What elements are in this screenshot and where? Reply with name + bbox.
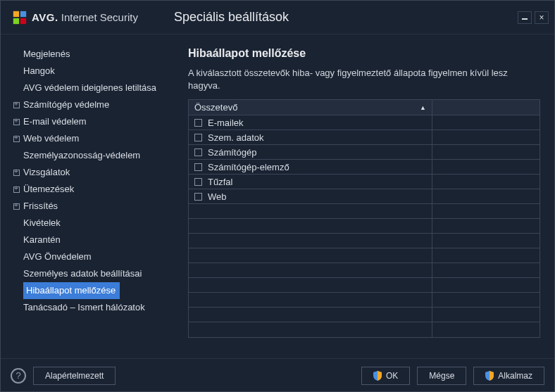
table-row[interactable]: Számítógép bbox=[189, 145, 540, 160]
checkbox[interactable] bbox=[194, 148, 202, 156]
svg-rect-2 bbox=[13, 18, 19, 23]
table-cell-component: Számítógép bbox=[189, 145, 432, 159]
sidebar-item[interactable]: Személyes adatok beállításai bbox=[1, 265, 174, 282]
ok-button-label: OK bbox=[386, 371, 398, 381]
sidebar-item[interactable]: Ütemezések bbox=[1, 181, 174, 198]
shield-icon bbox=[485, 371, 494, 381]
row-label: Számítógép-elemző bbox=[208, 162, 289, 172]
window-controls: × bbox=[518, 11, 549, 24]
sidebar-item[interactable]: Hangok bbox=[1, 63, 174, 80]
sidebar-item[interactable]: AVG Önvédelem bbox=[1, 248, 174, 265]
table-cell-empty bbox=[432, 175, 540, 189]
close-button[interactable]: × bbox=[535, 11, 549, 24]
table-cell-component: Szem. adatok bbox=[189, 130, 432, 144]
checkbox[interactable] bbox=[194, 119, 202, 127]
table-row-empty bbox=[189, 263, 540, 278]
component-table: Összetevő ▲ E-mailekSzem. adatokSzámítóg… bbox=[188, 99, 540, 338]
table-row-empty bbox=[189, 234, 540, 248]
window-title: Speciális beállítások bbox=[174, 10, 518, 25]
sidebar-item[interactable]: Kivételek bbox=[1, 215, 174, 232]
table-cell-component: E-mailek bbox=[189, 115, 432, 129]
checkbox[interactable] bbox=[194, 163, 202, 171]
row-label: E-mailek bbox=[208, 118, 244, 128]
default-button[interactable]: Alapértelmezett bbox=[33, 367, 116, 385]
minimize-icon bbox=[521, 15, 528, 20]
checkbox[interactable] bbox=[194, 134, 202, 141]
sidebar-item[interactable]: AVG védelem ideiglenes letiltása bbox=[1, 80, 174, 96]
shield-icon bbox=[373, 371, 382, 381]
table-body: E-mailekSzem. adatokSzámítógépSzámítógép… bbox=[189, 115, 540, 337]
table-row[interactable]: Web bbox=[189, 189, 540, 204]
table-row-empty bbox=[189, 293, 540, 308]
ok-button[interactable]: OK bbox=[361, 367, 410, 385]
row-label: Számítógép bbox=[208, 147, 256, 158]
cancel-button[interactable]: Mégse bbox=[417, 367, 466, 385]
titlebar: AVG. Internet Security Speciális beállít… bbox=[1, 1, 554, 34]
sort-arrow-icon: ▲ bbox=[420, 104, 426, 111]
table-row-empty bbox=[189, 248, 540, 263]
row-label: Web bbox=[208, 191, 227, 202]
sidebar-item[interactable]: Személyazonosság-védelem bbox=[1, 147, 174, 164]
table-cell-empty bbox=[432, 115, 540, 129]
sidebar-tree: MegjelenésHangokAVG védelem ideiglenes l… bbox=[1, 34, 174, 358]
table-row-empty bbox=[189, 204, 540, 219]
help-icon: ? bbox=[15, 370, 20, 381]
table-cell-component: Web bbox=[189, 189, 432, 203]
table-row[interactable]: E-mailek bbox=[189, 115, 540, 130]
sidebar-item[interactable]: E-mail védelem bbox=[1, 113, 174, 130]
apply-button-label: Alkalmaz bbox=[498, 371, 532, 381]
column-header-empty bbox=[432, 100, 540, 115]
svg-rect-3 bbox=[20, 18, 26, 23]
sidebar-item[interactable]: Web védelem bbox=[1, 130, 174, 147]
content-panel: Hibaállapot mellőzése A kiválasztott öss… bbox=[174, 34, 554, 358]
table-row[interactable]: Tűzfal bbox=[189, 175, 540, 189]
table-row-empty bbox=[189, 278, 540, 293]
close-icon: × bbox=[539, 13, 544, 23]
cancel-button-label: Mégse bbox=[429, 371, 454, 381]
svg-rect-1 bbox=[20, 11, 26, 16]
table-row-empty bbox=[189, 219, 540, 234]
sidebar-item[interactable]: Hibaállapot mellőzése bbox=[23, 282, 120, 299]
table-cell-empty bbox=[432, 160, 540, 174]
row-label: Tűzfal bbox=[208, 177, 232, 187]
default-button-label: Alapértelmezett bbox=[45, 371, 104, 381]
checkbox[interactable] bbox=[194, 178, 202, 186]
table-cell-empty bbox=[432, 189, 540, 203]
table-cell-component: Számítógép-elemző bbox=[189, 160, 432, 174]
table-row-empty bbox=[189, 322, 540, 337]
table-header[interactable]: Összetevő ▲ bbox=[189, 100, 540, 115]
avg-logo-icon bbox=[12, 10, 27, 25]
sidebar-item[interactable]: Karantén bbox=[1, 232, 174, 248]
table-row[interactable]: Számítógép-elemző bbox=[189, 160, 540, 175]
sidebar-item[interactable]: Frissítés bbox=[1, 198, 174, 215]
row-label: Szem. adatok bbox=[208, 132, 264, 143]
footer: ? Alapértelmezett OK Mégse Alkalmaz bbox=[1, 358, 554, 392]
table-row-empty bbox=[189, 308, 540, 322]
panel-title: Hibaállapot mellőzése bbox=[188, 47, 540, 60]
panel-description: A kiválasztott összetevők hiba- vagy fig… bbox=[188, 67, 540, 92]
table-cell-empty bbox=[432, 145, 540, 159]
minimize-button[interactable] bbox=[518, 11, 532, 24]
table-cell-empty bbox=[432, 130, 540, 144]
table-cell-component: Tűzfal bbox=[189, 175, 432, 189]
column-header-label: Összetevő bbox=[194, 102, 237, 113]
help-button[interactable]: ? bbox=[11, 368, 26, 384]
sidebar-item[interactable]: Vizsgálatok bbox=[1, 164, 174, 181]
sidebar-item[interactable]: Megjelenés bbox=[1, 46, 174, 63]
brand: AVG. Internet Security bbox=[12, 10, 174, 25]
brand-text: AVG. Internet Security bbox=[32, 11, 138, 23]
checkbox[interactable] bbox=[194, 193, 202, 201]
table-row[interactable]: Szem. adatok bbox=[189, 130, 540, 145]
sidebar-item[interactable]: Tanácsadó – Ismert hálózatok bbox=[1, 299, 174, 316]
svg-rect-4 bbox=[522, 18, 528, 20]
apply-button[interactable]: Alkalmaz bbox=[473, 367, 544, 385]
sidebar-item[interactable]: Számítógép védelme bbox=[1, 96, 174, 113]
svg-rect-0 bbox=[13, 11, 19, 16]
column-header-component[interactable]: Összetevő ▲ bbox=[189, 100, 432, 115]
